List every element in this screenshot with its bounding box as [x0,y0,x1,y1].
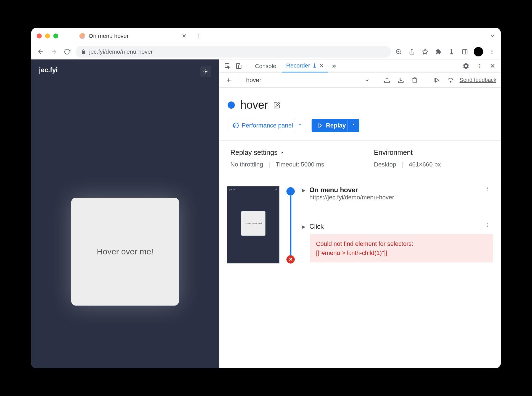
theme-toggle-button[interactable] [200,66,211,77]
recorder-toolbar: + hover Send feedback [219,73,501,88]
svg-point-16 [479,64,480,65]
hover-card[interactable]: Hover over me! [71,198,179,306]
browser-tab[interactable]: On menu hover ✕ [75,30,191,41]
svg-marker-22 [435,78,439,82]
tab-list-dropdown[interactable] [490,33,495,39]
favicon-icon [79,33,85,39]
dimensions-value: 461×660 px [409,161,441,168]
profile-avatar[interactable] [474,47,483,56]
performance-dropdown[interactable] [294,119,306,132]
timeline: ✕ [285,186,296,264]
step-url: https://jec.fyi/demo/menu-hover [309,194,479,201]
devtools-menu-icon[interactable] [474,61,484,71]
continue-icon[interactable] [432,75,442,85]
minimize-window-button[interactable] [45,33,50,38]
tab-recorder-label: Recorder [286,62,310,69]
steps-list: ▶ On menu hover https://jec.fyi/demo/men… [302,186,493,264]
close-tab-recorder[interactable]: ✕ [319,62,323,69]
site-title: jec.fyi [39,66,58,77]
hover-card-text: Hover over me! [97,247,153,256]
environment-heading: Environment [374,148,441,157]
lock-icon [81,49,86,54]
svg-line-3 [400,53,401,54]
labs-flask-icon[interactable] [447,47,456,56]
svg-point-18 [479,67,480,68]
svg-marker-27 [353,124,355,125]
svg-point-12 [205,71,207,73]
svg-rect-7 [463,49,467,54]
error-message: Could not find element for selectors: [[… [310,234,493,262]
step-click[interactable]: ▶ Click [302,223,493,230]
svg-point-33 [488,225,488,226]
step-menu-icon[interactable] [483,223,493,228]
step-over-icon[interactable] [446,75,456,85]
steps-section: jec.fyi ☀ Hover over me! ✕ [219,178,501,271]
tab-console-label: Console [255,63,276,69]
svg-marker-6 [422,49,428,54]
svg-point-30 [488,188,488,189]
svg-point-34 [488,226,488,227]
back-button[interactable] [36,47,46,57]
recording-title-row: hover [219,88,501,119]
step-navigate[interactable]: ▶ On menu hover https://jec.fyi/demo/men… [302,186,493,201]
tab-recorder[interactable]: Recorder ✕ [282,59,328,72]
replay-dropdown[interactable] [347,119,359,132]
expand-step-icon[interactable]: ▶ [302,223,305,230]
svg-point-32 [488,223,488,224]
close-tab-button[interactable]: ✕ [182,33,187,38]
zoom-out-icon[interactable] [394,47,403,56]
bookmark-star-icon[interactable] [421,47,430,56]
replay-button[interactable]: Replay [312,119,352,132]
settings-gear-icon[interactable] [461,61,471,71]
divider [426,77,426,84]
error-line-1: Could not find element for selectors: [316,239,487,248]
browser-toolbar: jec.fyi/demo/menu-hover [31,44,501,59]
play-icon [318,123,323,128]
caret-down-icon [298,123,302,126]
tab-console[interactable]: Console [251,60,281,72]
thumb-theme-icon: ☀ [275,188,277,191]
send-feedback-link[interactable]: Send feedback [460,77,496,83]
step-menu-icon[interactable] [483,186,493,191]
replay-label: Replay [326,122,346,129]
device-toolbar-icon[interactable] [234,61,244,71]
replay-settings-col: Replay settings No throttling | Timeout:… [230,148,324,168]
error-line-2: [["#menu > li:nth-child(1)"]] [316,248,487,257]
thumb-site-label: jec.fyi [230,188,235,191]
url-text: jec.fyi/demo/menu-hover [89,48,153,55]
performance-panel-button[interactable]: Performance panel [228,119,298,132]
recorder-body: hover Performance panel [219,88,501,368]
more-tabs-icon[interactable] [329,61,339,71]
new-recording-button[interactable]: + [224,75,234,85]
replay-settings-heading[interactable]: Replay settings [230,148,324,157]
webpage-viewport: jec.fyi Hover over me! [31,59,219,368]
import-icon[interactable] [396,75,406,85]
webpage-header: jec.fyi [31,59,219,84]
close-window-button[interactable] [37,33,42,38]
timeline-error-dot: ✕ [286,255,295,264]
reload-button[interactable] [62,47,72,57]
recording-selector[interactable]: hover [246,77,370,84]
divider [376,77,376,84]
caret-down-icon [352,122,355,126]
extensions-icon[interactable] [434,47,443,56]
url-bar[interactable]: jec.fyi/demo/menu-hover [75,46,391,58]
divider [247,63,247,69]
inspect-element-icon[interactable] [223,61,233,71]
browser-menu-icon[interactable] [488,47,496,56]
maximize-window-button[interactable] [53,33,58,38]
expand-step-icon[interactable]: ▶ [302,186,305,193]
svg-point-11 [491,53,492,54]
share-icon[interactable] [407,47,416,56]
svg-point-31 [488,190,488,191]
new-tab-button[interactable]: + [197,32,201,40]
delete-icon[interactable] [410,75,420,85]
forward-button[interactable] [49,47,59,57]
page-thumbnail: jec.fyi ☀ Hover over me! [227,186,280,264]
svg-point-23 [450,81,451,82]
performance-label: Performance panel [242,122,293,129]
export-icon[interactable] [382,75,392,85]
side-panel-icon[interactable] [460,47,469,56]
close-devtools-icon[interactable]: ✕ [488,61,497,71]
edit-title-button[interactable] [273,101,281,109]
